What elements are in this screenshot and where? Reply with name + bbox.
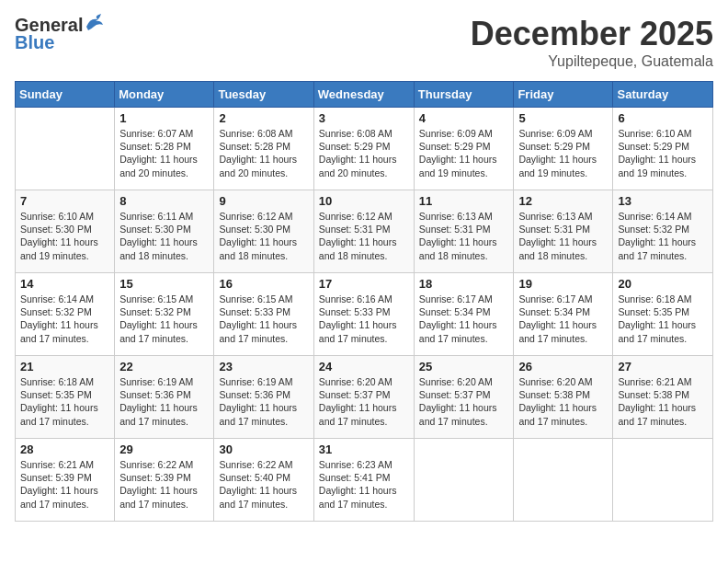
- day-info: Sunrise: 6:20 AM Sunset: 5:37 PM Dayligh…: [419, 375, 509, 428]
- day-info: Sunrise: 6:20 AM Sunset: 5:38 PM Dayligh…: [518, 375, 608, 428]
- day-info: Sunrise: 6:18 AM Sunset: 5:35 PM Dayligh…: [618, 293, 708, 345]
- calendar-cell: 13Sunrise: 6:14 AM Sunset: 5:32 PM Dayli…: [613, 190, 713, 273]
- day-info: Sunrise: 6:08 AM Sunset: 5:28 PM Dayligh…: [219, 127, 308, 179]
- day-info: Sunrise: 6:11 AM Sunset: 5:30 PM Dayligh…: [119, 210, 209, 262]
- day-number: 7: [20, 194, 109, 208]
- calendar-cell: 30Sunrise: 6:22 AM Sunset: 5:40 PM Dayli…: [214, 439, 313, 522]
- weekday-header-sunday: Sunday: [16, 82, 115, 108]
- calendar-cell: 7Sunrise: 6:10 AM Sunset: 5:30 PM Daylig…: [16, 190, 115, 273]
- calendar-cell: 28Sunrise: 6:21 AM Sunset: 5:39 PM Dayli…: [16, 439, 115, 522]
- weekday-header-wednesday: Wednesday: [313, 82, 414, 108]
- day-info: Sunrise: 6:10 AM Sunset: 5:30 PM Dayligh…: [20, 210, 109, 262]
- calendar-cell: [514, 439, 613, 522]
- day-info: Sunrise: 6:23 AM Sunset: 5:41 PM Dayligh…: [319, 458, 409, 511]
- calendar-week-row: 7Sunrise: 6:10 AM Sunset: 5:30 PM Daylig…: [16, 190, 713, 273]
- calendar-cell: 26Sunrise: 6:20 AM Sunset: 5:38 PM Dayli…: [514, 356, 613, 439]
- calendar-cell: 11Sunrise: 6:13 AM Sunset: 5:31 PM Dayli…: [414, 190, 514, 273]
- calendar-week-row: 21Sunrise: 6:18 AM Sunset: 5:35 PM Dayli…: [16, 356, 713, 439]
- month-title: December 2025: [471, 15, 713, 53]
- calendar-cell: [414, 439, 514, 522]
- day-info: Sunrise: 6:14 AM Sunset: 5:32 PM Dayligh…: [618, 210, 708, 262]
- calendar-cell: 1Sunrise: 6:07 AM Sunset: 5:28 PM Daylig…: [115, 108, 214, 190]
- day-info: Sunrise: 6:12 AM Sunset: 5:30 PM Dayligh…: [219, 210, 308, 262]
- day-number: 4: [419, 111, 509, 125]
- day-info: Sunrise: 6:22 AM Sunset: 5:40 PM Dayligh…: [219, 458, 308, 511]
- weekday-header-saturday: Saturday: [613, 82, 713, 108]
- day-number: 26: [518, 360, 608, 373]
- weekday-header-friday: Friday: [514, 82, 613, 108]
- calendar-cell: 5Sunrise: 6:09 AM Sunset: 5:29 PM Daylig…: [514, 108, 613, 190]
- day-number: 10: [319, 194, 409, 208]
- day-info: Sunrise: 6:13 AM Sunset: 5:31 PM Dayligh…: [419, 210, 509, 262]
- day-info: Sunrise: 6:19 AM Sunset: 5:36 PM Dayligh…: [119, 375, 209, 428]
- day-info: Sunrise: 6:14 AM Sunset: 5:32 PM Dayligh…: [20, 293, 109, 345]
- day-number: 14: [20, 277, 109, 291]
- day-number: 28: [20, 442, 109, 456]
- day-number: 11: [419, 194, 509, 208]
- calendar-cell: 31Sunrise: 6:23 AM Sunset: 5:41 PM Dayli…: [313, 439, 414, 522]
- day-number: 25: [419, 360, 509, 373]
- calendar-cell: 23Sunrise: 6:19 AM Sunset: 5:36 PM Dayli…: [214, 356, 313, 439]
- day-number: 9: [219, 194, 308, 208]
- calendar-cell: 10Sunrise: 6:12 AM Sunset: 5:31 PM Dayli…: [313, 190, 414, 273]
- calendar-cell: 6Sunrise: 6:10 AM Sunset: 5:29 PM Daylig…: [613, 108, 713, 190]
- day-info: Sunrise: 6:16 AM Sunset: 5:33 PM Dayligh…: [319, 293, 409, 345]
- day-info: Sunrise: 6:17 AM Sunset: 5:34 PM Dayligh…: [419, 293, 509, 345]
- calendar-cell: 16Sunrise: 6:15 AM Sunset: 5:33 PM Dayli…: [214, 273, 313, 356]
- day-number: 19: [518, 277, 608, 291]
- calendar-cell: 8Sunrise: 6:11 AM Sunset: 5:30 PM Daylig…: [115, 190, 214, 273]
- day-info: Sunrise: 6:21 AM Sunset: 5:38 PM Dayligh…: [618, 375, 708, 428]
- day-number: 8: [119, 194, 209, 208]
- page-header: General Blue December 2025 Yupiltepeque,…: [15, 15, 713, 70]
- calendar-cell: 18Sunrise: 6:17 AM Sunset: 5:34 PM Dayli…: [414, 273, 514, 356]
- calendar-cell: 12Sunrise: 6:13 AM Sunset: 5:31 PM Dayli…: [514, 190, 613, 273]
- calendar-cell: 22Sunrise: 6:19 AM Sunset: 5:36 PM Dayli…: [115, 356, 214, 439]
- calendar-cell: [16, 108, 115, 190]
- day-info: Sunrise: 6:18 AM Sunset: 5:35 PM Dayligh…: [20, 375, 109, 428]
- day-number: 3: [319, 111, 409, 125]
- day-info: Sunrise: 6:22 AM Sunset: 5:39 PM Dayligh…: [119, 458, 209, 511]
- weekday-header-tuesday: Tuesday: [214, 82, 313, 108]
- calendar-cell: 19Sunrise: 6:17 AM Sunset: 5:34 PM Dayli…: [514, 273, 613, 356]
- logo: General Blue: [15, 15, 105, 53]
- calendar-cell: 25Sunrise: 6:20 AM Sunset: 5:37 PM Dayli…: [414, 356, 514, 439]
- day-number: 2: [219, 111, 308, 125]
- calendar-cell: 29Sunrise: 6:22 AM Sunset: 5:39 PM Dayli…: [115, 439, 214, 522]
- day-number: 18: [419, 277, 509, 291]
- day-number: 30: [219, 442, 308, 456]
- day-number: 12: [518, 194, 608, 208]
- day-number: 22: [119, 360, 209, 373]
- calendar-cell: 2Sunrise: 6:08 AM Sunset: 5:28 PM Daylig…: [214, 108, 313, 190]
- day-number: 29: [119, 442, 209, 456]
- weekday-header-monday: Monday: [115, 82, 214, 108]
- day-info: Sunrise: 6:19 AM Sunset: 5:36 PM Dayligh…: [219, 375, 308, 428]
- weekday-header-thursday: Thursday: [414, 82, 514, 108]
- day-info: Sunrise: 6:08 AM Sunset: 5:29 PM Dayligh…: [319, 127, 409, 179]
- day-number: 6: [618, 111, 708, 125]
- day-number: 1: [119, 111, 209, 125]
- calendar-week-row: 14Sunrise: 6:14 AM Sunset: 5:32 PM Dayli…: [16, 273, 713, 356]
- day-info: Sunrise: 6:20 AM Sunset: 5:37 PM Dayligh…: [319, 375, 409, 428]
- day-info: Sunrise: 6:09 AM Sunset: 5:29 PM Dayligh…: [419, 127, 509, 179]
- day-info: Sunrise: 6:07 AM Sunset: 5:28 PM Dayligh…: [119, 127, 209, 179]
- calendar-cell: 17Sunrise: 6:16 AM Sunset: 5:33 PM Dayli…: [313, 273, 414, 356]
- day-number: 23: [219, 360, 308, 373]
- title-block: December 2025 Yupiltepeque, Guatemala: [471, 15, 713, 70]
- calendar-cell: 14Sunrise: 6:14 AM Sunset: 5:32 PM Dayli…: [16, 273, 115, 356]
- calendar-cell: 4Sunrise: 6:09 AM Sunset: 5:29 PM Daylig…: [414, 108, 514, 190]
- day-info: Sunrise: 6:09 AM Sunset: 5:29 PM Dayligh…: [518, 127, 608, 179]
- day-number: 20: [618, 277, 708, 291]
- day-info: Sunrise: 6:10 AM Sunset: 5:29 PM Dayligh…: [618, 127, 708, 179]
- day-number: 13: [618, 194, 708, 208]
- day-number: 16: [219, 277, 308, 291]
- calendar-cell: 24Sunrise: 6:20 AM Sunset: 5:37 PM Dayli…: [313, 356, 414, 439]
- day-info: Sunrise: 6:13 AM Sunset: 5:31 PM Dayligh…: [518, 210, 608, 262]
- day-info: Sunrise: 6:15 AM Sunset: 5:32 PM Dayligh…: [119, 293, 209, 345]
- location-subtitle: Yupiltepeque, Guatemala: [471, 53, 713, 70]
- day-number: 17: [319, 277, 409, 291]
- calendar-cell: 20Sunrise: 6:18 AM Sunset: 5:35 PM Dayli…: [613, 273, 713, 356]
- calendar-table: SundayMondayTuesdayWednesdayThursdayFrid…: [15, 81, 713, 522]
- weekday-header-row: SundayMondayTuesdayWednesdayThursdayFrid…: [16, 82, 713, 108]
- calendar-cell: 15Sunrise: 6:15 AM Sunset: 5:32 PM Dayli…: [115, 273, 214, 356]
- calendar-cell: 27Sunrise: 6:21 AM Sunset: 5:38 PM Dayli…: [613, 356, 713, 439]
